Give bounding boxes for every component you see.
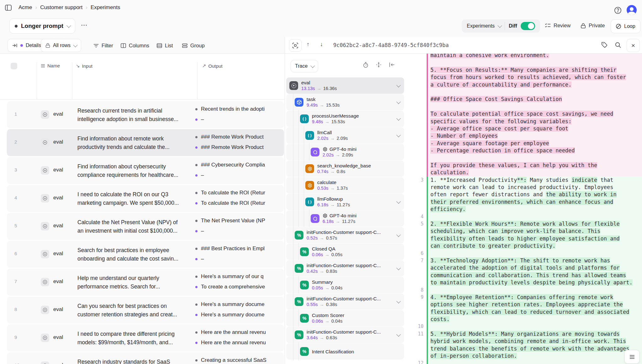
trace-span-row[interactable]: %initFunction-Customer support-C...3.64s… <box>286 327 404 343</box>
breadcrumb-section[interactable]: Experiments <box>91 4 120 11</box>
list-button[interactable]: List <box>157 43 173 49</box>
chevron-down-icon[interactable] <box>396 266 401 270</box>
trace-span-row[interactable]: %initFunction-Customer support-C...0.55s… <box>286 293 404 310</box>
span-durations: 9.49s→15.53s <box>307 102 340 108</box>
row-name: eval <box>53 251 63 257</box>
table-row[interactable]: 2evalFind information about remote workp… <box>7 129 284 156</box>
private-button[interactable]: Private <box>581 23 605 29</box>
diff-added-line: of in-person collaboration. <box>410 352 642 360</box>
group-button[interactable]: Group <box>182 43 205 49</box>
row-output: Here are the annual revenuHere are the a… <box>195 329 284 350</box>
loop-button[interactable]: Loop <box>611 19 640 33</box>
tree-guide-line <box>295 144 300 160</box>
trace-span-row[interactable]: GPT-4o mini2.02s→2.09s <box>286 144 404 160</box>
trace-span-row[interactable]: task9.49s→15.53s <box>286 94 404 110</box>
column-header-input[interactable]: ↘ Input <box>76 63 92 69</box>
trace-span-row[interactable]: %Summary0.05s→0.04s <box>286 277 404 293</box>
chevron-down-icon[interactable] <box>396 299 401 303</box>
rows-filter-button[interactable]: All rows <box>41 39 81 52</box>
trace-view-selector[interactable]: Trace <box>291 60 318 72</box>
diff-line-number <box>410 54 427 59</box>
row-input: Calculate the Net Present Value (NPV) of… <box>77 218 200 235</box>
trace-span-row[interactable]: eval13.13s→16.36s <box>286 77 404 94</box>
search-icon[interactable] <box>615 42 621 48</box>
diff-line-text: flexibility, which can lead to reduced t… <box>428 309 642 316</box>
prev-row-button[interactable]: ↑ <box>307 41 309 48</box>
chevron-down-icon[interactable] <box>396 100 401 104</box>
span-name: GPT-4o mini <box>329 146 356 152</box>
chevron-down-icon[interactable] <box>396 233 401 237</box>
focus-span-button[interactable] <box>289 39 302 52</box>
diff-line-text: focus from hours worked to results achie… <box>428 74 642 81</box>
trace-span-row[interactable]: %initFunction-Customer support-C...0.52s… <box>286 227 404 243</box>
table-row[interactable]: 4evalI need to calculate the ROI on our … <box>7 185 284 212</box>
trace-span-row[interactable]: %Intent Classification <box>286 343 404 360</box>
tag-icon[interactable] <box>601 42 608 48</box>
diff-line-number: 9 <box>410 294 427 301</box>
collapse-rows-icon[interactable] <box>376 62 382 68</box>
diff-line-text: efficiency. <box>428 206 642 213</box>
help-icon[interactable] <box>614 7 622 14</box>
collapse-panel-icon[interactable] <box>389 62 395 67</box>
chevron-down-icon[interactable] <box>396 133 401 137</box>
table-row[interactable]: 1evalResearch current trends in artifici… <box>7 101 284 128</box>
trace-span-row[interactable]: search_knowledge_base0.74s→0.8s <box>286 161 404 177</box>
span-info: GPT-4o mini6.18s→11.27s <box>323 213 356 224</box>
details-button[interactable]: Details <box>8 39 46 52</box>
tree-guide-line <box>289 260 295 277</box>
span-durations: 0.05s→0.04s <box>312 285 342 291</box>
table-row[interactable]: 6evalSearch for best practices in employ… <box>7 241 284 268</box>
trace-span-row[interactable]: ()llmCall2.02s→2.09s <box>286 127 404 144</box>
trace-span-row[interactable]: %Custom Scorer0.06s→0.04s <box>286 310 404 326</box>
select-all-checkbox[interactable] <box>11 63 17 69</box>
sidebar-toggle-icon[interactable] <box>5 5 12 11</box>
chevron-down-icon[interactable] <box>396 83 401 87</box>
review-button[interactable]: Review <box>545 23 571 29</box>
output-source-dot <box>195 359 197 361</box>
diff-removed-line <box>410 59 642 66</box>
trace-span-row[interactable]: %Closed QA0.06s→0.05s <box>286 244 404 260</box>
diff-line-text <box>428 154 642 161</box>
close-panel-button[interactable]: × <box>627 39 640 52</box>
breadcrumb-project[interactable]: Customer support <box>40 4 82 11</box>
view-selector[interactable]: Experiments <box>463 23 505 29</box>
column-header-name[interactable]: Name <box>41 63 60 68</box>
next-row-button[interactable]: ↓ <box>320 41 323 48</box>
chevron-down-icon[interactable] <box>396 332 401 337</box>
diff-line-text: accelerated the adoption of digital tool… <box>428 264 642 272</box>
more-menu-button[interactable]: ⋯ <box>81 21 88 29</box>
breadcrumb-org[interactable]: Acme <box>18 4 32 11</box>
table-row[interactable]: 10evalResearch industry standards for Sa… <box>7 352 284 364</box>
table-row[interactable]: 9evalI need to compare three different p… <box>7 324 284 351</box>
table-row[interactable]: 7evalHelp me understand our quarterlyper… <box>7 269 284 296</box>
trace-span-row[interactable]: calculate0.53s→1.37s <box>286 177 404 193</box>
scorer-span-icon: % <box>300 281 309 289</box>
diff-line-text: specific values for the following variab… <box>428 118 642 125</box>
trace-span-row[interactable]: GPT-4o mini6.18s→11.27s <box>286 210 404 227</box>
diff-toggle[interactable] <box>521 22 535 30</box>
avatar[interactable] <box>627 5 637 15</box>
output-source-dot <box>195 202 197 204</box>
comment-list-button[interactable] <box>624 350 639 364</box>
tree-guide-line <box>300 127 305 144</box>
filter-icon <box>93 44 99 48</box>
table-row[interactable]: 8evalCan you search for best practices o… <box>7 297 284 324</box>
trace-span-row[interactable]: ()processUserMessage9.48s→15.53s <box>286 111 404 127</box>
trace-span-row[interactable]: %initFunction-Customer support-C...0.42s… <box>286 260 404 277</box>
diff-line-number <box>410 228 427 235</box>
trace-span-row[interactable]: ()llmFollowup6.18s→11.27s <box>286 194 404 210</box>
tree-guide-line <box>289 227 295 243</box>
span-info: initFunction-Customer support-C...0.52s→… <box>307 229 381 241</box>
experiment-selector[interactable]: Longer prompt <box>9 18 75 34</box>
table-row[interactable]: 3evalFind information about cybersecurit… <box>7 157 284 184</box>
filter-button[interactable]: Filter <box>93 43 113 49</box>
table-row[interactable]: 5evalCalculate the Net Present Value (NP… <box>7 213 284 240</box>
column-header-output[interactable]: ↗ Output <box>202 63 223 69</box>
chevron-down-icon[interactable] <box>396 116 401 121</box>
columns-button[interactable]: Columns <box>121 43 149 49</box>
timing-icon[interactable] <box>363 62 369 68</box>
diff-removed-line: To calculate potential office space cost… <box>410 110 642 118</box>
diff-line-number <box>410 162 427 169</box>
tool-span-icon <box>305 164 314 173</box>
chevron-down-icon[interactable] <box>396 199 401 204</box>
